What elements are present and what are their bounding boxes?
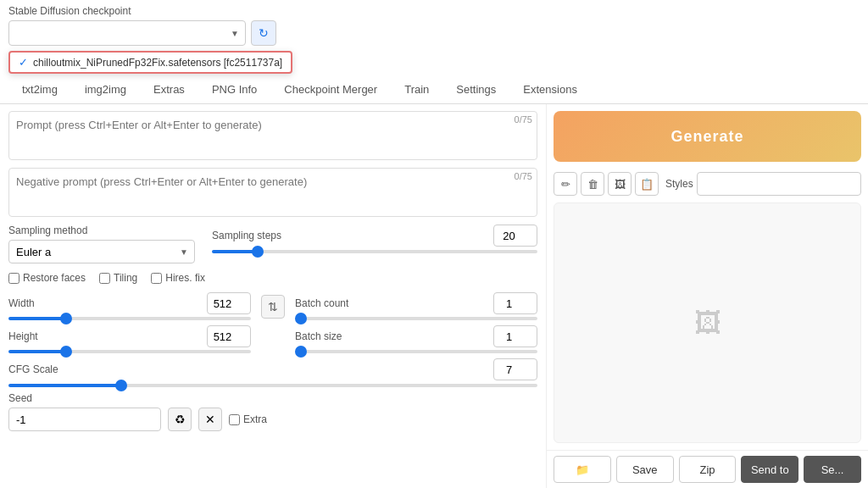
check-icon: ✓ xyxy=(19,56,28,69)
height-input[interactable] xyxy=(207,325,251,347)
sampling-method-group: Sampling method Euler a Euler LMS Heun D… xyxy=(8,225,195,263)
negative-prompt-container: 0/75 xyxy=(8,168,537,219)
tab-img2img[interactable]: img2img xyxy=(71,76,140,104)
seed-label: Seed xyxy=(8,392,537,404)
tiling-checkbox[interactable]: Tiling xyxy=(99,272,137,284)
negative-prompt-input[interactable] xyxy=(8,168,537,217)
batch-size-input[interactable] xyxy=(493,325,537,347)
height-row: Height Batch size xyxy=(8,325,537,353)
cfg-scale-slider[interactable] xyxy=(8,384,537,387)
batch-group: Batch count xyxy=(295,292,537,320)
sampling-method-select[interactable]: Euler a Euler LMS Heun DPM2 xyxy=(8,240,195,263)
width-slider[interactable] xyxy=(8,317,251,320)
style-tools-row: ✏ 🗑 🖼 📋 Styles xyxy=(547,169,868,199)
sampling-method-label: Sampling method xyxy=(8,225,195,236)
sendto2-button[interactable]: Se... xyxy=(804,456,861,483)
tab-txt2img[interactable]: txt2img xyxy=(8,76,71,104)
copy-style-button[interactable]: 📋 xyxy=(635,172,659,196)
save-button[interactable]: Save xyxy=(616,456,674,483)
checkpoint-label: Stable Diffusion checkpoint xyxy=(8,5,860,17)
sampling-steps-label: Sampling steps xyxy=(212,230,281,241)
tab-checkpoint-merger[interactable]: Checkpoint Merger xyxy=(270,76,391,104)
height-group: Height xyxy=(8,325,251,353)
extra-label: Extra xyxy=(243,413,267,425)
batch-size-slider[interactable] xyxy=(295,350,537,353)
extra-checkbox[interactable]: Extra xyxy=(229,413,267,425)
width-group: Width xyxy=(8,292,251,320)
folder-button[interactable]: 📁 xyxy=(554,456,611,483)
right-bottom-toolbar: 📁 Save Zip Send to Se... xyxy=(547,450,868,488)
negative-prompt-counter: 0/75 xyxy=(515,171,532,181)
tab-train[interactable]: Train xyxy=(391,76,442,104)
checkpoint-area: Stable Diffusion checkpoint ▼ ↻ ✓ chillo… xyxy=(0,0,868,49)
width-input[interactable] xyxy=(207,292,251,314)
dimension-row: Width ⇅ Batch count xyxy=(8,292,537,320)
right-panel: Generate ✏ 🗑 🖼 📋 Styles 🖼 📁 Save Zip Sen… xyxy=(546,104,868,488)
tab-extensions[interactable]: Extensions xyxy=(509,76,591,104)
swap-dimensions-button[interactable]: ⇅ xyxy=(261,295,285,319)
edit-style-button[interactable]: ✏ xyxy=(554,172,577,196)
checkpoint-popup: ✓ chilloutmix_NiPrunedFp32Fix.safetensor… xyxy=(8,51,292,74)
image-placeholder-icon: 🖼 xyxy=(694,308,721,339)
sendto-button[interactable]: Send to xyxy=(741,456,798,483)
cfg-scale-header: CFG Scale xyxy=(8,358,537,380)
left-panel: 0/75 0/75 Sampling method Euler a Euler … xyxy=(0,104,546,488)
seed-reset-button[interactable]: ✕ xyxy=(198,408,222,431)
tiling-input[interactable] xyxy=(99,273,110,284)
positive-prompt-container: 0/75 xyxy=(8,111,537,163)
hires-fix-label: Hires. fix xyxy=(165,272,205,284)
checkpoint-row: ▼ ↻ xyxy=(8,20,860,46)
height-slider[interactable] xyxy=(8,350,251,353)
cfg-scale-input[interactable] xyxy=(493,358,537,380)
batch-count-label-row: Batch count xyxy=(295,292,537,314)
restore-faces-input[interactable] xyxy=(8,273,19,284)
tab-settings[interactable]: Settings xyxy=(442,76,509,104)
sampling-steps-input[interactable] xyxy=(493,225,537,247)
restore-faces-label: Restore faces xyxy=(23,272,86,284)
batch-count-slider[interactable] xyxy=(295,317,537,320)
positive-prompt-input[interactable] xyxy=(8,111,537,160)
checkpoint-popup-text: chilloutmix_NiPrunedFp32Fix.safetensors … xyxy=(33,57,282,69)
sampling-method-select-wrapper: Euler a Euler LMS Heun DPM2 ▼ xyxy=(8,240,195,263)
hires-fix-input[interactable] xyxy=(151,273,162,284)
batch-size-item: Batch size xyxy=(295,325,537,353)
height-label-row: Height xyxy=(8,325,251,347)
sampling-steps-header: Sampling steps xyxy=(212,225,537,247)
batch-count-label: Batch count xyxy=(295,297,348,309)
cfg-scale-group: CFG Scale xyxy=(8,358,537,387)
generate-button[interactable]: Generate xyxy=(554,111,861,162)
image-style-button[interactable]: 🖼 xyxy=(608,172,632,196)
batch-count-item: Batch count xyxy=(295,292,537,320)
tab-pnginfo[interactable]: PNG Info xyxy=(198,76,270,104)
main-content: 0/75 0/75 Sampling method Euler a Euler … xyxy=(0,104,868,488)
styles-label: Styles xyxy=(665,178,693,190)
sampling-steps-group: Sampling steps xyxy=(212,225,537,263)
seed-input[interactable] xyxy=(8,408,161,431)
batch-size-label: Batch size xyxy=(295,330,342,342)
width-label-row: Width xyxy=(8,292,251,314)
image-preview-area: 🖼 xyxy=(554,202,861,443)
positive-prompt-counter: 0/75 xyxy=(515,114,532,125)
refresh-checkpoint-button[interactable]: ↻ xyxy=(251,20,276,46)
sampling-steps-slider[interactable] xyxy=(212,250,537,253)
styles-input[interactable] xyxy=(697,172,861,196)
seed-group: Seed ♻ ✕ Extra xyxy=(8,392,537,431)
batch-count-input[interactable] xyxy=(493,292,537,314)
height-label: Height xyxy=(8,330,38,342)
batch-size-label-row: Batch size xyxy=(295,325,537,347)
extra-checkbox-input[interactable] xyxy=(229,414,240,425)
seed-recycle-button[interactable]: ♻ xyxy=(168,408,192,431)
sampling-row: Sampling method Euler a Euler LMS Heun D… xyxy=(8,225,537,263)
zip-button[interactable]: Zip xyxy=(679,456,737,483)
tab-extras[interactable]: Extras xyxy=(140,76,198,104)
delete-style-button[interactable]: 🗑 xyxy=(581,172,604,196)
nav-tabs: txt2img img2img Extras PNG Info Checkpoi… xyxy=(0,76,868,104)
width-label: Width xyxy=(8,297,35,309)
checkpoint-select[interactable] xyxy=(8,20,246,46)
hires-fix-checkbox[interactable]: Hires. fix xyxy=(151,272,205,284)
restore-faces-checkbox[interactable]: Restore faces xyxy=(8,272,86,284)
cfg-scale-label: CFG Scale xyxy=(8,363,58,375)
tiling-label: Tiling xyxy=(114,272,137,284)
checkpoint-dropdown-wrapper: ▼ xyxy=(8,20,246,46)
batch-size-outer: Batch size xyxy=(295,325,537,353)
